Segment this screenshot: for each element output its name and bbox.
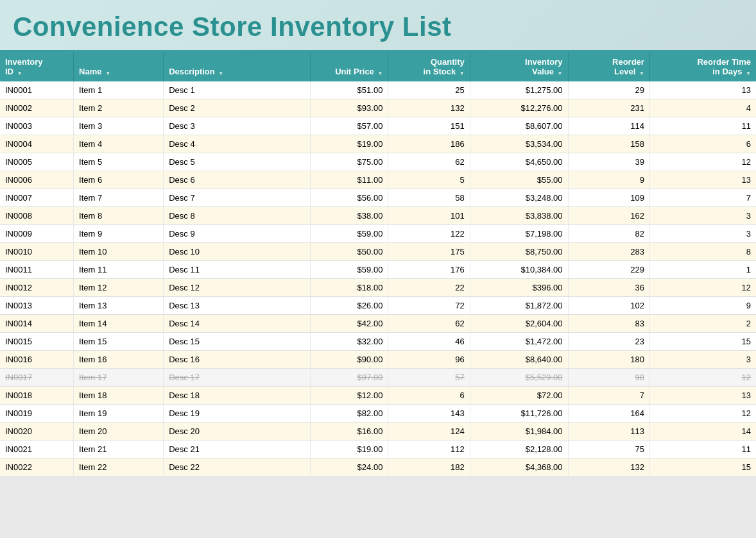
cell-reorder: 36: [568, 279, 649, 297]
page-title: Convenience Store Inventory List: [13, 12, 743, 42]
cell-inv_val: $55.00: [470, 171, 568, 189]
table-row: IN0022Item 22Desc 22$24.00182$4,368.0013…: [0, 458, 756, 476]
table-row: IN0013Item 13Desc 13$26.0072$1,872.00102…: [0, 297, 756, 315]
cell-qty: 72: [388, 297, 470, 315]
cell-price: $51.00: [311, 81, 388, 99]
cell-price: $42.00: [311, 315, 388, 333]
cell-desc: Desc 19: [164, 405, 311, 423]
cell-desc: Desc 4: [164, 135, 311, 153]
cell-inv_id: IN0008: [0, 207, 74, 225]
cell-inv_val: $4,650.00: [470, 153, 568, 171]
cell-inv_val: $396.00: [470, 279, 568, 297]
filter-arrow-id[interactable]: ▼: [17, 71, 22, 76]
cell-reorder_days: 11: [649, 117, 756, 135]
cell-reorder: 180: [568, 351, 649, 369]
table-row: IN0019Item 19Desc 19$82.00143$11,726.001…: [0, 405, 756, 423]
header-inv-val[interactable]: InventoryValue ▼: [470, 52, 568, 81]
header-name[interactable]: Name ▼: [74, 52, 164, 81]
cell-reorder_days: 12: [649, 405, 756, 423]
cell-inv_val: $72.00: [470, 387, 568, 405]
cell-reorder_days: 9: [649, 297, 756, 315]
cell-reorder_days: 3: [649, 207, 756, 225]
header-qty[interactable]: Quantityin Stock ▼: [388, 52, 470, 81]
cell-qty: 182: [388, 458, 470, 476]
table-row: IN0003Item 3Desc 3$57.00151$8,607.001141…: [0, 117, 756, 135]
table-body: IN0001Item 1Desc 1$51.0025$1,275.002913I…: [0, 81, 756, 476]
cell-name: Item 11: [74, 261, 164, 279]
cell-reorder: 23: [568, 333, 649, 351]
cell-desc: Desc 14: [164, 315, 311, 333]
filter-arrow-reorder-days[interactable]: ▼: [746, 71, 751, 76]
cell-qty: 25: [388, 81, 470, 99]
cell-name: Item 18: [74, 387, 164, 405]
cell-price: $50.00: [311, 243, 388, 261]
cell-name: Item 13: [74, 297, 164, 315]
cell-desc: Desc 3: [164, 117, 311, 135]
title-section: Convenience Store Inventory List: [0, 0, 756, 50]
cell-desc: Desc 16: [164, 351, 311, 369]
cell-qty: 58: [388, 189, 470, 207]
table-header-row: InventoryID ▼ Name ▼ Description ▼ Unit …: [0, 52, 756, 81]
table-row: IN0001Item 1Desc 1$51.0025$1,275.002913: [0, 81, 756, 99]
cell-reorder_days: 12: [649, 369, 756, 387]
cell-name: Item 10: [74, 243, 164, 261]
cell-inv_id: IN0004: [0, 135, 74, 153]
filter-arrow-name[interactable]: ▼: [105, 71, 110, 76]
cell-reorder: 158: [568, 135, 649, 153]
cell-desc: Desc 7: [164, 189, 311, 207]
cell-reorder_days: 4: [649, 99, 756, 117]
filter-arrow-price[interactable]: ▼: [377, 71, 382, 76]
cell-qty: 57: [388, 369, 470, 387]
cell-inv_val: $8,640.00: [470, 351, 568, 369]
cell-qty: 186: [388, 135, 470, 153]
cell-name: Item 21: [74, 441, 164, 458]
table-row: IN0014Item 14Desc 14$42.0062$2,604.00832: [0, 315, 756, 333]
cell-desc: Desc 13: [164, 297, 311, 315]
cell-reorder_days: 14: [649, 423, 756, 441]
filter-arrow-qty[interactable]: ▼: [460, 71, 465, 76]
cell-reorder: 102: [568, 297, 649, 315]
header-inv-id[interactable]: InventoryID ▼: [0, 52, 74, 81]
cell-inv_id: IN0016: [0, 351, 74, 369]
header-desc[interactable]: Description ▼: [164, 52, 311, 81]
page-wrapper: Convenience Store Inventory List Invento…: [0, 0, 756, 476]
header-unit-price[interactable]: Unit Price ▼: [311, 52, 388, 81]
cell-inv_id: IN0009: [0, 225, 74, 243]
filter-arrow-desc[interactable]: ▼: [218, 71, 223, 76]
filter-arrow-inv-val[interactable]: ▼: [558, 71, 563, 76]
cell-price: $38.00: [311, 207, 388, 225]
cell-price: $16.00: [311, 423, 388, 441]
cell-desc: Desc 20: [164, 423, 311, 441]
cell-inv_val: $8,607.00: [470, 117, 568, 135]
cell-name: Item 20: [74, 423, 164, 441]
cell-inv_val: $10,384.00: [470, 261, 568, 279]
cell-reorder: 9: [568, 171, 649, 189]
cell-reorder_days: 13: [649, 81, 756, 99]
inventory-table: InventoryID ▼ Name ▼ Description ▼ Unit …: [0, 52, 756, 476]
cell-price: $59.00: [311, 225, 388, 243]
filter-arrow-reorder[interactable]: ▼: [639, 71, 644, 76]
cell-qty: 62: [388, 315, 470, 333]
cell-desc: Desc 21: [164, 441, 311, 458]
cell-inv_id: IN0022: [0, 458, 74, 476]
table-row: IN0020Item 20Desc 20$16.00124$1,984.0011…: [0, 423, 756, 441]
cell-desc: Desc 5: [164, 153, 311, 171]
cell-price: $93.00: [311, 99, 388, 117]
cell-qty: 143: [388, 405, 470, 423]
header-reorder-days[interactable]: Reorder Timein Days ▼: [649, 52, 756, 81]
cell-name: Item 7: [74, 189, 164, 207]
cell-inv_id: IN0015: [0, 333, 74, 351]
cell-price: $24.00: [311, 458, 388, 476]
cell-inv_id: IN0001: [0, 81, 74, 99]
cell-inv_id: IN0021: [0, 441, 74, 458]
cell-name: Item 1: [74, 81, 164, 99]
cell-reorder: 164: [568, 405, 649, 423]
cell-inv_id: IN0005: [0, 153, 74, 171]
cell-inv_id: IN0011: [0, 261, 74, 279]
cell-inv_id: IN0018: [0, 387, 74, 405]
cell-reorder: 75: [568, 441, 649, 458]
cell-name: Item 19: [74, 405, 164, 423]
cell-price: $56.00: [311, 189, 388, 207]
header-reorder-level[interactable]: ReorderLevel ▼: [568, 52, 649, 81]
cell-inv_id: IN0017: [0, 369, 74, 387]
